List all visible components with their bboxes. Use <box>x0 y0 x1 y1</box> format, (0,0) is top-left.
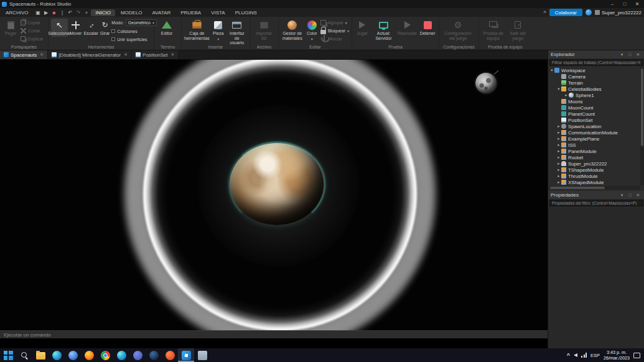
test-server-button[interactable]: Actual: Servidor <box>371 19 396 41</box>
explorer-item-thrustmodule[interactable]: ThrustModule <box>548 173 640 179</box>
explorer-filter-input[interactable] <box>549 59 643 66</box>
close-tab-icon[interactable]: ✕ <box>40 52 44 57</box>
taskbar-window-icon[interactable] <box>194 348 210 362</box>
expand-arrow-icon[interactable] <box>556 154 561 160</box>
lock-button[interactable]: Bloquear▾ <box>320 27 349 34</box>
quick-window-icon[interactable]: ▣ <box>34 10 42 16</box>
game-settings-button[interactable]: ⚙ Configuración del juego <box>442 19 474 41</box>
taskbar-discord-icon[interactable] <box>129 348 146 362</box>
quick-play-icon[interactable]: ▶ <box>42 10 50 16</box>
notifications-icon[interactable] <box>633 353 640 358</box>
toolbox-button[interactable]: Caja de herramientas <box>184 19 210 41</box>
copy-button[interactable]: Copiar <box>21 19 44 26</box>
float-panel-icon[interactable]: □ <box>627 193 633 197</box>
archivo-menu[interactable]: ARCHIVO <box>0 10 34 16</box>
expand-arrow-icon[interactable] <box>556 86 561 92</box>
join-surfaces-checkbox[interactable] <box>111 37 115 41</box>
close-button[interactable]: ✕ <box>632 1 642 7</box>
terrain-editor-button[interactable]: Editor <box>157 19 177 37</box>
collaborate-button[interactable]: Colaborar <box>549 9 582 16</box>
explorer-item-spawnlocation[interactable]: SpawnLocation <box>548 123 640 129</box>
quick-undo-icon[interactable]: ↶ <box>66 10 74 16</box>
anchor-button[interactable]: Anclar <box>320 35 349 42</box>
tray-overflow-icon[interactable]: ^ <box>567 352 570 358</box>
taskbar-start-icon[interactable] <box>0 348 16 362</box>
expand-arrow-icon[interactable] <box>556 173 561 179</box>
quick-more-icon[interactable]: ▾ <box>82 10 90 16</box>
expand-arrow-icon[interactable] <box>564 92 569 98</box>
ribbon-collapse-icon[interactable]: ^ <box>543 10 546 16</box>
explorer-item-communicationmodule[interactable]: CommunicationModule <box>548 129 640 136</box>
quick-redo-icon[interactable]: ↷ <box>74 10 82 16</box>
explorer-vertical-scrollbar[interactable] <box>640 67 644 185</box>
move-tool-button[interactable]: Mover <box>70 19 82 37</box>
rotate-tool-button[interactable]: ↻ Girar <box>100 19 110 37</box>
taskbar-edge2-icon[interactable] <box>113 348 129 362</box>
close-panel-icon[interactable]: ✕ <box>635 52 642 57</box>
expand-arrow-icon[interactable] <box>556 123 561 129</box>
doc-tab-spacenauts[interactable]: Spacenauts ✕ <box>0 50 48 59</box>
taskbar-edge-icon[interactable] <box>49 348 65 362</box>
ui-button[interactable]: Interfaz de usuario <box>227 19 247 46</box>
explorer-item-super-pro322222[interactable]: Super_pro322222 <box>548 160 640 167</box>
part-button[interactable]: Pieza▾ <box>212 19 225 42</box>
explorer-item-camera[interactable]: Camera <box>548 73 640 80</box>
team-test-button[interactable]: Prueba de equipo <box>482 19 505 41</box>
mode-dropdown[interactable]: Geométrico ▾ <box>126 19 157 26</box>
expand-arrow-icon[interactable] <box>556 148 561 154</box>
menu-tab-vista[interactable]: VISTA <box>207 9 230 16</box>
float-panel-icon[interactable]: □ <box>627 52 633 57</box>
clock[interactable]: 3:43 p. m. 26/mar./2023 <box>604 350 630 361</box>
planet-sphere[interactable] <box>230 143 324 225</box>
doc-tab-positionset[interactable]: PositionSet ✕ <box>132 50 179 59</box>
network-icon[interactable] <box>581 353 587 358</box>
collisions-checkbox[interactable] <box>111 29 115 33</box>
scale-tool-button[interactable]: ↔ Escalar <box>83 19 98 37</box>
expand-arrow-icon[interactable] <box>556 160 561 167</box>
material-manager-button[interactable]: Gestor de materiales <box>281 19 304 41</box>
taskbar-search-icon[interactable] <box>16 348 32 362</box>
explorer-item-exampleplane[interactable]: ExamplePlane <box>548 136 640 142</box>
explorer-item-sphere1[interactable]: Sphere1 <box>548 92 640 98</box>
command-bar-input[interactable] <box>0 332 548 338</box>
user-chip[interactable]: Super_pro322222 <box>595 10 642 16</box>
explorer-item-panelmodule[interactable]: PanelModule <box>548 148 640 154</box>
cut-button[interactable]: Cortar <box>21 27 44 34</box>
explorer-item-celestialbodies[interactable]: CelestialBodies <box>548 86 640 92</box>
3d-viewport[interactable] <box>0 60 548 330</box>
quick-stop-icon[interactable]: ■ <box>50 10 58 16</box>
expand-arrow-icon[interactable] <box>556 167 561 173</box>
doc-tab--disabled-mineralgenerator[interactable]: [Disabled] MineralGenerator ✕ <box>48 50 132 59</box>
explorer-item-iss[interactable]: ISS <box>548 142 640 148</box>
explorer-horizontal-scrollbar[interactable] <box>549 186 640 190</box>
quick-pause-icon[interactable]: ∥ <box>58 10 66 16</box>
explorer-item-rocket[interactable]: Rocket <box>548 154 640 160</box>
explorer-item-positionset[interactable]: PositionSet <box>548 117 640 123</box>
collapse-panel-icon[interactable]: ▾ <box>618 193 625 198</box>
taskbar-roblox-studio-icon[interactable] <box>178 348 194 362</box>
color-button[interactable]: Color▾ <box>306 19 319 42</box>
close-tab-icon[interactable]: ✕ <box>171 52 175 57</box>
duplicate-button[interactable]: Duplicar <box>21 35 44 42</box>
group-button[interactable]: Agrupar▾ <box>320 19 349 26</box>
scrollbar-thumb[interactable] <box>641 68 643 146</box>
resume-button[interactable]: Reanudar <box>398 19 417 37</box>
exit-game-button[interactable]: Salir del juego <box>506 19 529 41</box>
volume-icon[interactable] <box>574 353 577 357</box>
select-tool-button[interactable]: ↖ Seleccionar <box>51 19 68 37</box>
maximize-button[interactable]: □ <box>620 1 630 7</box>
menu-tab-plugins[interactable]: PLUGINS <box>231 9 261 16</box>
close-tab-icon[interactable]: ✕ <box>124 52 128 57</box>
explorer-item-mooncount[interactable]: MoonCount <box>548 104 640 111</box>
menu-tab-prueba[interactable]: PRUEBA <box>176 9 205 16</box>
close-panel-icon[interactable]: ✕ <box>635 193 642 198</box>
scrollbar-thumb[interactable] <box>550 187 605 189</box>
explorer-item-tshapedmodule[interactable]: TShapedModule <box>548 167 640 173</box>
expand-arrow-icon[interactable] <box>556 179 561 185</box>
taskbar-firefox-icon[interactable] <box>81 348 97 362</box>
expand-arrow-icon[interactable] <box>556 136 561 142</box>
taskbar-file-explorer-icon[interactable] <box>32 348 49 362</box>
menu-tab-avatar[interactable]: AVATAR <box>148 9 175 16</box>
properties-filter-input[interactable] <box>549 200 643 207</box>
minimize-button[interactable]: – <box>607 1 617 7</box>
